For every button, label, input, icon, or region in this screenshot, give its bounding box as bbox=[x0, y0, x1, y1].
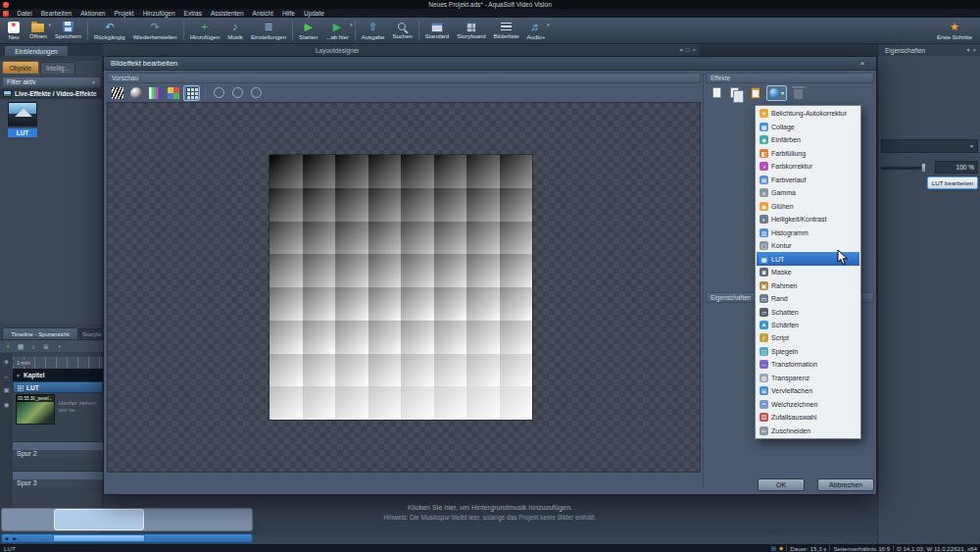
effect-menu-item-helligkeit-kontrast[interactable]: ◐Helligkeit/Kontrast bbox=[757, 213, 859, 226]
preview-circle-1-button[interactable] bbox=[211, 85, 227, 101]
tab-einblendungen[interactable]: Einblendungen bbox=[4, 45, 69, 56]
effect-menu-item-belichtung-autokorrektur[interactable]: ☀Belichtung-Autokorrektur bbox=[757, 107, 859, 120]
effect-menu-item-rahmen[interactable]: ▣Rahmen bbox=[757, 278, 859, 291]
menu-aktionen[interactable]: Aktionen bbox=[76, 9, 110, 18]
undo-button[interactable]: ↶Rückgängig bbox=[90, 18, 129, 43]
tab-intelligente-vorlagen[interactable]: Intellig... bbox=[40, 62, 75, 74]
effect-menu-item-collage[interactable]: ▦Collage bbox=[757, 120, 859, 132]
save-button[interactable]: Speichern bbox=[51, 18, 85, 43]
tab-timeline[interactable]: Timeline - Spuransicht bbox=[2, 327, 78, 339]
effect-menu-item-script[interactable]: ƒScript bbox=[757, 331, 859, 344]
ok-button[interactable]: OK bbox=[758, 478, 805, 491]
timeline-navigator[interactable] bbox=[1, 508, 253, 531]
layout-storyboard-button[interactable]: Storyboard bbox=[453, 18, 489, 43]
copy-effect-button[interactable] bbox=[727, 85, 745, 101]
navigator-viewport[interactable] bbox=[54, 509, 144, 530]
dialog-close-icon[interactable]: × bbox=[856, 59, 869, 68]
scroll-left-icon[interactable]: ◀ bbox=[2, 534, 11, 542]
play-from-here-button[interactable]: ▶...ab hier▾ bbox=[321, 18, 352, 43]
opacity-slider-track[interactable] bbox=[881, 167, 924, 170]
collapse-icon[interactable]: ▼ bbox=[16, 373, 21, 378]
add-effect-dropdown-button[interactable]: ▾ bbox=[766, 85, 787, 101]
stripe-pattern-button[interactable] bbox=[109, 85, 125, 101]
tracks-button[interactable]: ≣ bbox=[40, 341, 52, 352]
effect-menu-item-farbfüllung[interactable]: ◧Farbfüllung bbox=[757, 146, 859, 159]
search-button[interactable]: Suchen bbox=[388, 18, 416, 43]
tab-storyboard[interactable]: Storyboa... bbox=[79, 328, 103, 339]
scrollbar-thumb[interactable] bbox=[53, 534, 145, 542]
menu-hilfe[interactable]: Hilfe bbox=[277, 9, 299, 18]
timeline-clip-thumbnail[interactable]: 00:55.30_pexel... bbox=[16, 394, 55, 425]
effect-menu-item-farbverlauf[interactable]: ▤Farbverlauf bbox=[757, 173, 859, 185]
effect-menu-item-vervielfachen[interactable]: ⊞Vervielfachen bbox=[757, 384, 859, 397]
effect-menu-item-glühen[interactable]: ◉Glühen bbox=[757, 199, 859, 212]
effect-menu-item-farbkorrektur[interactable]: ◑Farbkorrektur bbox=[757, 160, 859, 173]
new-effect-button[interactable] bbox=[709, 85, 724, 101]
effect-menu-item-rand[interactable]: ▭Rand bbox=[757, 292, 859, 305]
objects-button[interactable]: ▦ bbox=[15, 341, 26, 352]
timeline-ruler[interactable]: 1 min bbox=[13, 357, 103, 369]
lut-edit-button[interactable]: LUT bearbeiten bbox=[927, 176, 978, 189]
add-button[interactable]: +Hinzufügen bbox=[186, 18, 223, 43]
open-button[interactable]: Öffnen▾ bbox=[25, 18, 51, 43]
effect-menu-item-transparenz[interactable]: ▨Transparenz bbox=[757, 372, 859, 384]
opacity-value[interactable]: 100 % bbox=[935, 161, 978, 174]
redo-button[interactable]: ↷Wiederherstellen bbox=[129, 18, 181, 43]
app-menu-icon[interactable] bbox=[3, 11, 9, 17]
track-spur-3[interactable]: Spur 3 bbox=[13, 471, 103, 487]
preview-circle-2-button[interactable] bbox=[229, 85, 246, 101]
colorbar-pattern-button[interactable] bbox=[146, 85, 163, 101]
snap-icon[interactable]: ▣ bbox=[3, 386, 9, 394]
timeline-scrollbar[interactable]: ◀ ▶ bbox=[1, 533, 253, 543]
lut-grid-pattern-button[interactable] bbox=[183, 85, 200, 101]
close-icon[interactable]: × bbox=[972, 44, 976, 56]
effect-menu-item-spiegeln[interactable]: ◫Spiegeln bbox=[757, 345, 859, 358]
first-steps-button[interactable]: ★Erste Schritte bbox=[933, 18, 976, 43]
dock-pin-icon[interactable]: ▾ bbox=[680, 44, 683, 56]
close-icon[interactable]: × bbox=[692, 44, 696, 56]
effect-menu-item-histogramm[interactable]: ▥Histogramm bbox=[757, 226, 859, 238]
select-tool-icon[interactable]: ◈ bbox=[4, 358, 9, 366]
opacity-slider-handle[interactable] bbox=[921, 163, 926, 173]
scroll-right-icon[interactable]: ▶ bbox=[11, 534, 20, 542]
menu-ansicht[interactable]: Ansicht bbox=[248, 9, 277, 18]
menu-assistenten[interactable]: Assistenten bbox=[206, 9, 248, 18]
music-button[interactable]: ♪Musik bbox=[223, 18, 247, 43]
effect-menu-item-schatten[interactable]: ▱Schatten bbox=[757, 305, 859, 318]
menu-bearbeiten[interactable]: Bearbeiten bbox=[36, 9, 75, 18]
lut-track-item[interactable]: LUT bbox=[13, 381, 103, 393]
effect-menu-item-transformation[interactable]: ⇔Transformation bbox=[757, 358, 859, 371]
pan-tool-icon[interactable]: ↔ bbox=[3, 373, 10, 379]
track-spur-2[interactable]: Spur 2 bbox=[13, 441, 103, 458]
effect-menu-item-weichzeichnen[interactable]: ≈Weichzeichnen bbox=[757, 398, 859, 411]
layout-standard-button[interactable]: Standard bbox=[421, 18, 453, 43]
new-button[interactable]: *Neu bbox=[2, 18, 25, 43]
effect-menu-item-zuschneiden[interactable]: ✂Zuschneiden bbox=[757, 425, 859, 437]
effect-menu-item-schärfen[interactable]: ▲Schärfen bbox=[757, 319, 859, 331]
record-icon[interactable]: ◉ bbox=[4, 401, 10, 409]
paste-effect-button[interactable] bbox=[748, 85, 763, 101]
menu-hinzufügen[interactable]: Hinzufügen bbox=[138, 9, 179, 18]
dialog-titlebar[interactable]: Bildeffekt bearbeiten × bbox=[104, 57, 876, 71]
colorgrid-pattern-button[interactable] bbox=[165, 85, 181, 101]
output-button[interactable]: ⇧Ausgabe bbox=[358, 18, 389, 43]
effect-menu-item-zufallsauswahl[interactable]: ⚄Zufallsauswahl bbox=[757, 411, 859, 424]
layout-imagelist-button[interactable]: Bilderliste bbox=[490, 18, 523, 43]
preview-circle-3-button[interactable] bbox=[248, 85, 265, 101]
float-icon[interactable]: □ bbox=[686, 44, 690, 56]
cancel-button[interactable]: Abbrechen bbox=[817, 478, 874, 491]
menu-update[interactable]: Update bbox=[299, 9, 328, 18]
dock-pin-icon[interactable]: ▾ bbox=[966, 44, 969, 56]
menu-datei[interactable]: Datei bbox=[13, 9, 36, 18]
lut-effect-thumbnail[interactable] bbox=[8, 102, 37, 126]
effect-select-combo[interactable]: ▼ bbox=[881, 139, 978, 153]
tree-item-live-effekte[interactable]: Live-Effekte / Video-Effekte bbox=[0, 88, 103, 99]
effect-menu-item-maske[interactable]: ◙Maske bbox=[757, 266, 859, 278]
delete-effect-button[interactable] bbox=[790, 85, 806, 101]
tab-objekte[interactable]: Objekte bbox=[2, 61, 39, 74]
menu-extras[interactable]: Extras bbox=[179, 9, 206, 18]
effect-menu-item-gamma[interactable]: γGamma bbox=[757, 186, 859, 199]
lut-effect-label[interactable]: LUT bbox=[8, 128, 37, 137]
menu-projekt[interactable]: Projekt bbox=[110, 9, 138, 18]
music-button[interactable]: ♪ bbox=[27, 341, 39, 352]
